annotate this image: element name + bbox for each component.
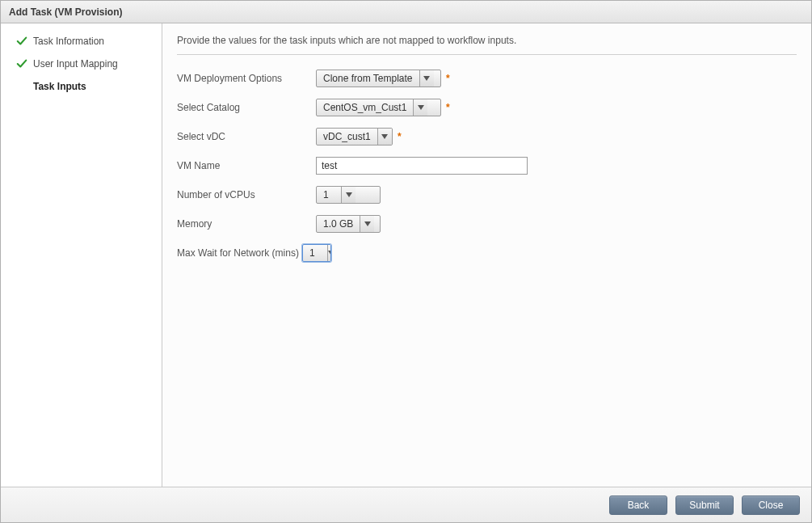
input-vm-name[interactable] bbox=[316, 157, 528, 175]
step-label: Task Information bbox=[33, 36, 104, 47]
label-vm-name: VM Name bbox=[177, 160, 316, 171]
label-max-wait-network: Max Wait for Network (mins) bbox=[177, 247, 299, 259]
dropdown-value: Clone from Template bbox=[317, 70, 419, 86]
chevron-down-icon bbox=[419, 70, 434, 86]
dropdown-max-wait-network[interactable]: 1 bbox=[302, 244, 331, 262]
row-memory: Memory 1.0 GB bbox=[177, 215, 797, 233]
chevron-down-icon bbox=[327, 245, 331, 261]
step-label: User Input Mapping bbox=[33, 58, 118, 70]
step-user-input-mapping[interactable]: User Input Mapping bbox=[1, 53, 162, 75]
row-number-of-vcpus: Number of vCPUs 1 bbox=[177, 186, 797, 204]
dropdown-value: vDC_cust1 bbox=[317, 129, 377, 145]
label-select-vdc: Select vDC bbox=[177, 131, 316, 142]
blank-icon bbox=[15, 80, 28, 93]
chevron-down-icon bbox=[413, 99, 427, 116]
row-vm-name: VM Name bbox=[177, 157, 797, 175]
chevron-down-icon bbox=[377, 129, 392, 145]
dropdown-number-of-vcpus[interactable]: 1 bbox=[316, 186, 381, 204]
row-select-catalog: Select Catalog CentOS_vm_Cust1 * bbox=[177, 99, 797, 116]
label-select-catalog: Select Catalog bbox=[177, 102, 316, 113]
close-button[interactable]: Close bbox=[742, 496, 800, 515]
chevron-down-icon bbox=[341, 187, 356, 203]
dropdown-value: 1 bbox=[317, 187, 341, 203]
dropdown-select-vdc[interactable]: vDC_cust1 bbox=[316, 128, 393, 146]
step-task-inputs[interactable]: Task Inputs bbox=[1, 75, 162, 98]
main-panel: Provide the values for the task inputs w… bbox=[162, 23, 811, 487]
step-task-information[interactable]: Task Information bbox=[1, 30, 162, 53]
dropdown-value: CentOS_vm_Cust1 bbox=[317, 99, 413, 116]
dialog-title: Add Task (VM Provision) bbox=[9, 6, 122, 18]
dialog-body: Task Information User Input Mapping Task… bbox=[1, 23, 811, 487]
label-number-of-vcpus: Number of vCPUs bbox=[177, 189, 316, 200]
required-asterisk: * bbox=[398, 131, 402, 142]
dropdown-memory[interactable]: 1.0 GB bbox=[316, 215, 381, 233]
required-asterisk: * bbox=[446, 102, 450, 113]
check-icon bbox=[15, 35, 28, 48]
step-label: Task Inputs bbox=[33, 81, 86, 92]
instruction-text: Provide the values for the task inputs w… bbox=[177, 35, 797, 55]
submit-button[interactable]: Submit bbox=[675, 496, 734, 515]
dialog-footer: Back Submit Close bbox=[1, 487, 811, 522]
dropdown-vm-deployment-options[interactable]: Clone from Template bbox=[316, 70, 441, 87]
required-asterisk: * bbox=[446, 73, 450, 84]
dialog-titlebar: Add Task (VM Provision) bbox=[1, 1, 811, 23]
check-icon bbox=[15, 57, 28, 70]
dropdown-select-catalog[interactable]: CentOS_vm_Cust1 bbox=[316, 99, 441, 116]
chevron-down-icon bbox=[360, 216, 374, 232]
dropdown-value: 1 bbox=[303, 245, 327, 261]
row-select-vdc: Select vDC vDC_cust1 * bbox=[177, 128, 797, 146]
add-task-dialog: Add Task (VM Provision) Task Information… bbox=[0, 0, 812, 523]
label-vm-deployment-options: VM Deployment Options bbox=[177, 73, 316, 84]
row-vm-deployment-options: VM Deployment Options Clone from Templat… bbox=[177, 70, 797, 87]
back-button[interactable]: Back bbox=[609, 496, 667, 515]
step-sidebar: Task Information User Input Mapping Task… bbox=[1, 23, 162, 487]
row-max-wait-network: Max Wait for Network (mins) 1 bbox=[177, 244, 797, 262]
dropdown-value: 1.0 GB bbox=[317, 216, 360, 232]
label-memory: Memory bbox=[177, 218, 316, 230]
